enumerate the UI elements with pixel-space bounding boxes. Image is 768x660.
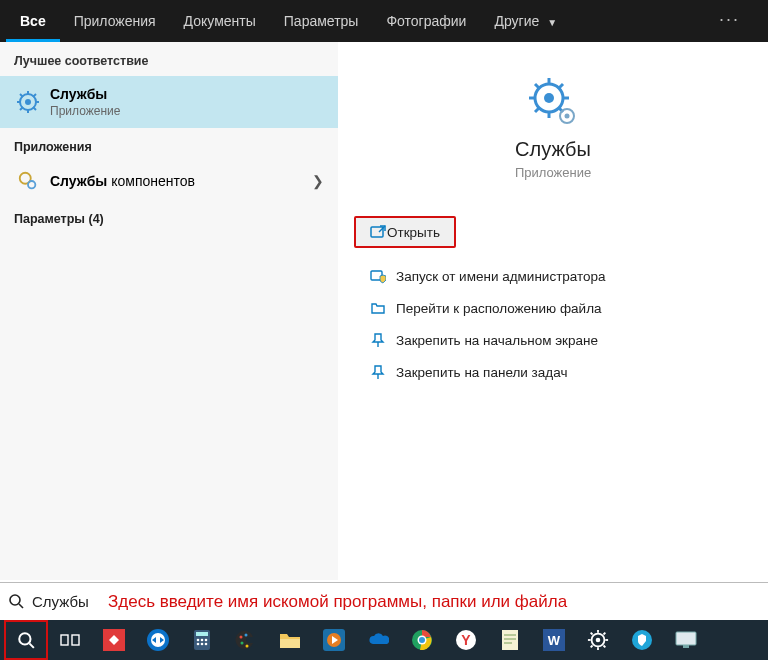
taskbar-app-antivirus[interactable] xyxy=(620,620,664,660)
svg-rect-24 xyxy=(371,227,383,237)
result-subtitle: Приложение xyxy=(50,104,120,118)
best-match-result-services[interactable]: Службы Приложение xyxy=(0,76,338,128)
svg-text:W: W xyxy=(548,633,561,648)
preview-panel: Службы Приложение Открыть Запуск от имен… xyxy=(338,42,768,580)
svg-line-30 xyxy=(19,604,23,608)
gear-icon xyxy=(587,629,609,651)
chevron-right-icon: ❯ xyxy=(312,173,324,189)
svg-rect-34 xyxy=(72,635,79,645)
svg-line-20 xyxy=(559,84,563,88)
teamviewer-icon xyxy=(147,629,169,651)
taskbar-app-chrome[interactable] xyxy=(400,620,444,660)
svg-point-47 xyxy=(241,642,244,645)
task-view-icon xyxy=(59,629,81,651)
svg-point-1 xyxy=(25,99,31,105)
svg-rect-50 xyxy=(280,639,300,648)
action-label: Запуск от имени администратора xyxy=(396,269,606,284)
svg-point-11 xyxy=(28,181,35,188)
folder-location-icon xyxy=(360,300,396,316)
svg-point-48 xyxy=(246,645,249,648)
action-label: Закрепить на начальном экране xyxy=(396,333,598,348)
taskbar-app-anydesk[interactable] xyxy=(92,620,136,660)
svg-line-73 xyxy=(591,646,593,648)
tab-photos[interactable]: Фотографии xyxy=(372,0,480,42)
preview-header: Службы Приложение xyxy=(346,42,760,180)
svg-rect-58 xyxy=(502,630,518,650)
svg-point-23 xyxy=(565,114,570,119)
action-open-file-location[interactable]: Перейти к расположению файла xyxy=(346,292,760,324)
services-gear-icon xyxy=(14,90,42,114)
svg-rect-39 xyxy=(196,632,208,636)
tab-apps[interactable]: Приложения xyxy=(60,0,170,42)
search-annotation-text: Здесь введите имя искомой программы, пап… xyxy=(108,592,567,612)
taskbar: Y W xyxy=(0,620,768,660)
services-gear-large-icon xyxy=(527,76,579,128)
svg-point-42 xyxy=(205,639,208,642)
result-title: Службы xyxy=(50,86,120,102)
search-input[interactable] xyxy=(26,589,104,614)
action-run-as-admin[interactable]: Запуск от имени администратора xyxy=(346,260,760,292)
yandex-icon: Y xyxy=(455,629,477,651)
tab-documents[interactable]: Документы xyxy=(170,0,270,42)
svg-line-8 xyxy=(33,94,36,97)
word-icon: W xyxy=(543,629,565,651)
action-open[interactable]: Открыть xyxy=(354,216,456,248)
search-icon xyxy=(15,629,37,651)
tab-all[interactable]: Все xyxy=(6,0,60,42)
search-filter-tabs: Все Приложения Документы Параметры Фотог… xyxy=(0,0,768,42)
folder-icon xyxy=(279,629,301,651)
result-title: Службы компонентов xyxy=(50,173,195,189)
taskbar-search-button[interactable] xyxy=(4,620,48,660)
tab-more-label: Другие xyxy=(494,13,539,29)
svg-point-65 xyxy=(596,638,601,643)
preview-actions: Открыть Запуск от имени администратора П… xyxy=(346,216,760,388)
apps-header: Приложения xyxy=(0,128,338,162)
svg-point-55 xyxy=(419,637,425,643)
svg-line-72 xyxy=(604,633,606,635)
svg-line-21 xyxy=(535,108,539,112)
svg-text:Y: Y xyxy=(461,632,471,648)
taskbar-app-yandex[interactable]: Y xyxy=(444,620,488,660)
taskbar-app-monitor[interactable] xyxy=(664,620,708,660)
svg-line-9 xyxy=(20,107,23,110)
more-options-button[interactable]: ··· xyxy=(697,0,762,42)
taskbar-app-file-explorer[interactable] xyxy=(268,620,312,660)
results-pane: Лучшее соответствие Службы Приложение xyxy=(0,42,768,580)
action-pin-to-taskbar[interactable]: Закрепить на панели задач xyxy=(346,356,760,388)
svg-point-29 xyxy=(10,595,20,605)
taskbar-app-teamviewer[interactable] xyxy=(136,620,180,660)
media-player-icon xyxy=(323,629,345,651)
preview-title: Службы xyxy=(346,138,760,161)
action-label: Перейти к расположению файла xyxy=(396,301,602,316)
action-label: Закрепить на панели задач xyxy=(396,365,567,380)
result-component-services[interactable]: Службы компонентов ❯ xyxy=(0,162,338,200)
preview-subtitle: Приложение xyxy=(346,165,760,180)
taskbar-app-media-player[interactable] xyxy=(312,620,356,660)
taskbar-app-onedrive[interactable] xyxy=(356,620,400,660)
chevron-down-icon: ▼ xyxy=(547,17,557,28)
svg-point-49 xyxy=(245,634,248,637)
svg-rect-76 xyxy=(683,645,689,648)
antivirus-icon xyxy=(631,629,653,651)
svg-point-44 xyxy=(201,643,204,646)
pin-taskbar-icon xyxy=(360,364,396,380)
taskbar-task-view[interactable] xyxy=(48,620,92,660)
tab-more[interactable]: Другие ▼ xyxy=(480,0,571,42)
action-label: Открыть xyxy=(387,225,440,240)
taskbar-app-paint[interactable] xyxy=(224,620,268,660)
svg-point-41 xyxy=(201,639,204,642)
taskbar-app-notepad[interactable] xyxy=(488,620,532,660)
taskbar-app-calculator[interactable] xyxy=(180,620,224,660)
settings-header[interactable]: Параметры (4) xyxy=(0,200,338,234)
notepad-plus-icon xyxy=(499,629,521,651)
taskbar-app-word[interactable]: W xyxy=(532,620,576,660)
cloud-icon xyxy=(367,629,389,651)
tab-settings[interactable]: Параметры xyxy=(270,0,373,42)
svg-line-32 xyxy=(29,643,34,648)
calculator-icon xyxy=(191,629,213,651)
action-pin-to-start[interactable]: Закрепить на начальном экране xyxy=(346,324,760,356)
results-list: Лучшее соответствие Службы Приложение xyxy=(0,42,338,580)
taskbar-app-settings[interactable] xyxy=(576,620,620,660)
svg-point-45 xyxy=(205,643,208,646)
svg-line-6 xyxy=(20,94,23,97)
